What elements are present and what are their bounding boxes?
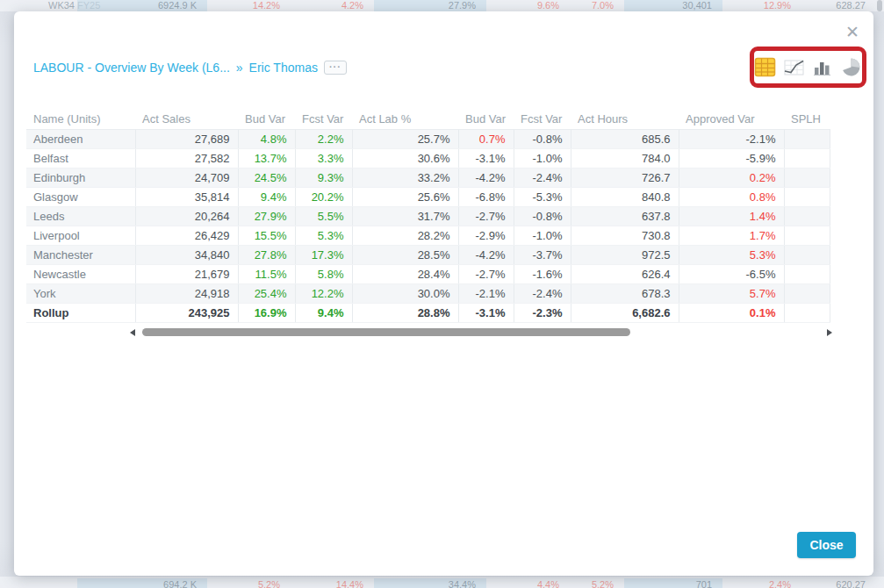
line-chart-icon[interactable]: [783, 56, 806, 79]
table-cell: 0.7%: [458, 129, 514, 148]
row-name-cell: Manchester: [26, 245, 135, 264]
table-row[interactable]: Liverpool26,42915.5%5.3%28.2%-2.9%-1.0%7…: [26, 226, 830, 245]
background-cell: 620.27: [801, 578, 876, 588]
scroll-left-arrow[interactable]: [130, 329, 135, 336]
row-name-cell: Belfast: [26, 148, 135, 168]
table-row[interactable]: Belfast27,58213.7%3.3%30.6%-3.1%-1.0%784…: [26, 148, 830, 168]
table-cell: 730.8: [571, 226, 679, 245]
table-cell: -0.8%: [514, 129, 571, 148]
table-cell: 28.8%: [352, 303, 458, 322]
breadcrumb-more-button[interactable]: ···: [324, 61, 347, 75]
table-cell: 5.8%: [295, 264, 352, 283]
report-modal: ✕ LABOUR - Overview By Week (L6... » Eri…: [14, 11, 873, 576]
scroll-right-arrow[interactable]: [827, 329, 832, 336]
table-cell: 25.6%: [352, 187, 458, 206]
table-cell: 5.7%: [679, 283, 784, 303]
table-row[interactable]: York24,91825.4%12.2%30.0%-2.1%-2.4%678.3…: [26, 283, 830, 303]
table-cell: -6.5%: [679, 264, 784, 283]
table-cell: -3.7%: [514, 245, 571, 264]
table-cell: 9.4%: [295, 303, 352, 322]
table-cell: -2.3%: [514, 303, 571, 322]
table-view-icon[interactable]: [754, 56, 777, 79]
row-name-cell: Newcastle: [26, 264, 135, 283]
table-cell: -5.3%: [514, 187, 571, 206]
row-name-cell: Rollup: [26, 303, 135, 322]
background-cell: 4.2%: [291, 0, 374, 11]
table-cell: [784, 226, 830, 245]
background-cell: 14.4%: [291, 578, 374, 588]
table-view-glyph: [754, 56, 776, 78]
table-cell: 20.2%: [295, 187, 352, 206]
table-row[interactable]: Glasgow35,8149.4%20.2%25.6%-6.8%-5.3%840…: [26, 187, 830, 206]
table-row[interactable]: Leeds20,26427.9%5.5%31.7%-2.7%-0.8%637.8…: [26, 206, 830, 226]
column-header[interactable]: SPLH: [784, 106, 830, 129]
table-row[interactable]: Manchester34,84027.8%17.3%28.5%-4.2%-3.7…: [26, 245, 830, 264]
column-header[interactable]: Act Hours: [571, 106, 679, 129]
table-cell: 5.3%: [295, 226, 352, 245]
breadcrumb-user-link[interactable]: Eric Thomas: [249, 61, 318, 75]
breadcrumb-report-link[interactable]: LABOUR - Overview By Week (L6...: [33, 61, 230, 75]
table-cell: 840.8: [571, 187, 679, 206]
background-cell: 34.4%: [374, 578, 486, 588]
table-cell: [784, 303, 830, 322]
pie-chart-icon[interactable]: [840, 56, 863, 79]
column-header[interactable]: Fcst Var: [514, 106, 571, 129]
row-name-cell: Liverpool: [26, 226, 135, 245]
table-cell: -4.2%: [458, 245, 514, 264]
background-cell: 5.2%: [570, 578, 624, 588]
table-cell: 685.6: [571, 129, 679, 148]
table-cell: 4.8%: [238, 129, 295, 148]
bar-chart-icon[interactable]: [811, 56, 834, 79]
row-name-cell: Aberdeen: [26, 129, 135, 148]
table-cell: [784, 283, 830, 303]
table-cell: -0.8%: [514, 206, 571, 226]
table-cell: 13.7%: [238, 148, 295, 168]
column-header[interactable]: Act Lab %: [352, 106, 458, 129]
table-cell: 27,689: [135, 129, 238, 148]
table-cell: 243,925: [135, 303, 238, 322]
background-cell: 7.2: [876, 578, 884, 588]
line-chart-glyph: [783, 56, 805, 78]
scrollbar-thumb[interactable]: [142, 328, 630, 336]
table-cell: 28.4%: [352, 264, 458, 283]
table-cell: 27.8%: [238, 245, 295, 264]
table-row[interactable]: Aberdeen27,6894.8%2.2%25.7%0.7%-0.8%685.…: [26, 129, 830, 148]
labour-table: Name (Units)Act SalesBud VarFcst VarAct …: [26, 106, 830, 323]
column-header[interactable]: Approved Var: [679, 106, 784, 129]
close-button[interactable]: Close: [797, 532, 856, 558]
column-header[interactable]: Act Sales: [135, 106, 238, 129]
table-cell: 27.9%: [238, 206, 295, 226]
background-cell: 701: [624, 578, 722, 588]
table-cell: -2.1%: [679, 129, 784, 148]
row-name-cell: York: [26, 283, 135, 303]
background-cell: 7.0%: [570, 0, 624, 11]
table-cell: -1.0%: [514, 226, 571, 245]
table-cell: 1.4%: [679, 206, 784, 226]
breadcrumb-separator: »: [236, 61, 243, 75]
table-cell: -3.1%: [458, 148, 514, 168]
table-cell: 9.3%: [295, 168, 352, 187]
table-cell: 3.3%: [295, 148, 352, 168]
column-header[interactable]: Fcst Var: [295, 106, 352, 129]
column-header[interactable]: Bud Var: [458, 106, 514, 129]
column-header[interactable]: Name (Units): [26, 106, 135, 129]
bar-chart-glyph: [811, 56, 833, 78]
row-name-cell: Edinburgh: [26, 168, 135, 187]
table-cell: 28.5%: [352, 245, 458, 264]
close-icon[interactable]: ✕: [845, 24, 859, 40]
table-cell: 17.3%: [295, 245, 352, 264]
table-row[interactable]: Rollup243,92516.9%9.4%28.8%-3.1%-2.3%6,6…: [26, 303, 830, 322]
table-cell: 34,840: [135, 245, 238, 264]
background-cell: 30,401: [624, 0, 722, 11]
background-cell: 27.9%: [374, 0, 486, 11]
table-cell: [784, 148, 830, 168]
table-cell: 20,264: [135, 206, 238, 226]
column-header[interactable]: Bud Var: [238, 106, 295, 129]
horizontal-scrollbar: [130, 327, 832, 339]
background-cell: 628.27: [801, 0, 876, 11]
table-row[interactable]: Newcastle21,67911.5%5.8%28.4%-2.7%-1.6%6…: [26, 264, 830, 283]
table-row[interactable]: Edinburgh24,70924.5%9.3%33.2%-4.2%-2.4%7…: [26, 168, 830, 187]
table-cell: -2.9%: [458, 226, 514, 245]
table-cell: 33.2%: [352, 168, 458, 187]
background-cell: WK34 FY25: [0, 0, 77, 11]
